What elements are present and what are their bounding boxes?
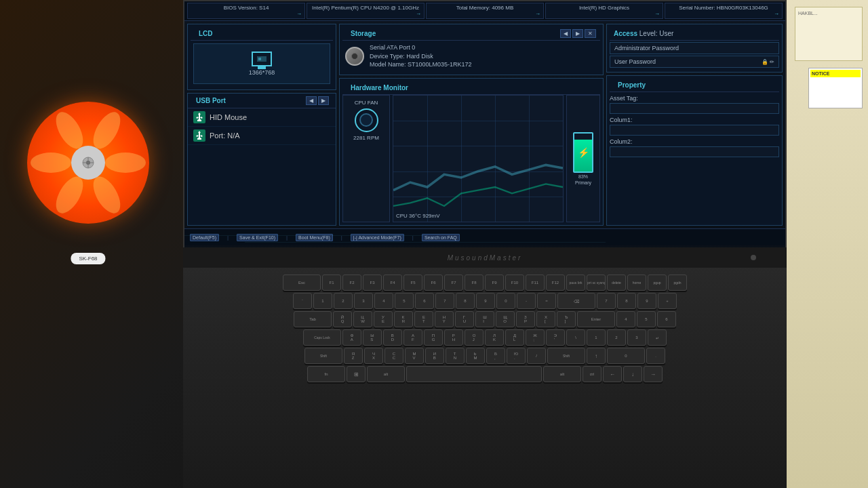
key-slash[interactable]: / (527, 348, 546, 364)
key-w[interactable]: ЦW (353, 311, 372, 327)
key-pgup[interactable]: pgup (648, 274, 667, 291)
key-num4[interactable]: 4 (616, 311, 635, 327)
key-r[interactable]: КR (394, 311, 413, 327)
key-f9[interactable]: F9 (485, 274, 504, 291)
key-s[interactable]: ЫS (363, 329, 382, 346)
usb-prev-button[interactable]: ◀ (306, 96, 317, 105)
key-ralt[interactable]: alt (543, 366, 581, 382)
key-esc[interactable]: Esc (283, 274, 321, 291)
key-minus[interactable]: - (517, 293, 536, 309)
key-num9[interactable]: 9 (637, 293, 656, 309)
key-3[interactable]: 3 (354, 293, 373, 309)
key-8[interactable]: 8 (456, 293, 475, 309)
key-num2[interactable]: 2 (607, 329, 626, 346)
key-num0[interactable]: 0 (607, 348, 645, 364)
key-i[interactable]: ШI (475, 311, 494, 327)
key-f10[interactable]: F10 (505, 274, 524, 291)
key-home[interactable]: home (627, 274, 646, 291)
user-password-field[interactable]: User Password 🔒 ✏ (610, 56, 779, 68)
key-rbracket[interactable]: Ъ] (557, 311, 576, 327)
edit-icon[interactable]: ✏ (770, 59, 774, 65)
key-quote[interactable]: Э' (546, 329, 565, 346)
key-space[interactable] (406, 366, 542, 382)
key-6[interactable]: 6 (415, 293, 434, 309)
key-num5[interactable]: 5 (637, 311, 656, 327)
key-arrow-left[interactable]: ← (603, 366, 622, 382)
key-f[interactable]: АF (403, 329, 422, 346)
key-n[interactable]: ТN (446, 348, 465, 364)
search-faq-button[interactable]: Search on FAQ (422, 234, 460, 241)
key-num1[interactable]: 1 (587, 329, 606, 346)
key-b[interactable]: ИB (425, 348, 444, 364)
boot-menu-button[interactable]: Boot Menu(F8) (296, 234, 333, 241)
key-f8[interactable]: F8 (465, 274, 484, 291)
key-period[interactable]: Ю. (507, 348, 526, 364)
usb-next-button[interactable]: ▶ (318, 96, 329, 105)
key-arrow-right[interactable]: → (644, 366, 663, 382)
key-t[interactable]: ЕT (414, 311, 433, 327)
key-rshift[interactable]: Shift (547, 348, 585, 364)
key-2[interactable]: 2 (334, 293, 353, 309)
key-num3[interactable]: 3 (627, 329, 646, 346)
key-f5[interactable]: F5 (403, 274, 422, 291)
key-prtsc[interactable]: prt sc sysrq (587, 274, 606, 291)
key-tab[interactable]: Tab (294, 311, 332, 327)
key-g[interactable]: ПG (424, 329, 443, 346)
key-lalt[interactable]: alt (367, 366, 405, 382)
key-arrow-up[interactable]: ↑ (587, 348, 606, 364)
key-delete[interactable]: delete (607, 274, 626, 291)
key-f3[interactable]: F3 (363, 274, 382, 291)
key-a[interactable]: ФA (342, 329, 361, 346)
advanced-mode-button[interactable]: |-| Advanced Mode(F7) (351, 234, 404, 241)
key-num6[interactable]: 6 (657, 311, 676, 327)
key-backslash[interactable]: \ (566, 329, 585, 346)
admin-password-field[interactable]: Administrator Password (610, 42, 779, 54)
key-backspace[interactable]: ⌫ (557, 293, 595, 309)
key-x[interactable]: ЧX (364, 348, 383, 364)
key-u[interactable]: ГU (455, 311, 474, 327)
key-j[interactable]: ОJ (465, 329, 484, 346)
key-f12[interactable]: F12 (546, 274, 565, 291)
key-c[interactable]: СC (384, 348, 403, 364)
key-0[interactable]: 0 (496, 293, 515, 309)
key-fn[interactable]: fn (307, 366, 345, 382)
key-backtick[interactable]: ` (293, 293, 312, 309)
usb-device-1[interactable]: Port: N/A (188, 127, 336, 145)
key-o[interactable]: ЩO (496, 311, 515, 327)
storage-next-button[interactable]: ▶ (572, 29, 583, 38)
key-semicolon[interactable]: Ж; (526, 329, 545, 346)
asset-tag-input[interactable] (610, 103, 779, 114)
key-f1[interactable]: F1 (322, 274, 341, 291)
key-capslock[interactable]: Caps Lock (303, 329, 341, 346)
column1-input[interactable] (610, 125, 779, 136)
key-numplus[interactable]: + (658, 293, 677, 309)
storage-close-button[interactable]: ✕ (585, 29, 596, 38)
key-lshift[interactable]: Shift (304, 348, 342, 364)
default-button[interactable]: Default(F5) (190, 234, 219, 241)
key-m[interactable]: ЬM (466, 348, 485, 364)
key-1[interactable]: 1 (313, 293, 332, 309)
key-d[interactable]: ВD (383, 329, 402, 346)
key-h[interactable]: РH (444, 329, 463, 346)
key-4[interactable]: 4 (374, 293, 393, 309)
key-f7[interactable]: F7 (444, 274, 463, 291)
key-q[interactable]: ЙQ (333, 311, 352, 327)
key-f2[interactable]: F2 (342, 274, 361, 291)
usb-device-0[interactable]: HID Mouse (188, 108, 336, 127)
key-f6[interactable]: F6 (424, 274, 443, 291)
key-numenter[interactable]: ↵ (648, 329, 667, 346)
key-9[interactable]: 9 (476, 293, 495, 309)
column2-input[interactable] (610, 146, 779, 157)
key-v[interactable]: МV (405, 348, 424, 364)
save-exit-button[interactable]: Save & Exit(F10) (237, 234, 278, 241)
key-rctrl[interactable]: ctrl (583, 366, 601, 382)
key-enter[interactable]: Enter (577, 311, 615, 327)
key-arrow-down[interactable]: ↓ (623, 366, 642, 382)
key-7[interactable]: 7 (435, 293, 454, 309)
storage-prev-button[interactable]: ◀ (560, 29, 571, 38)
key-comma[interactable]: Б, (486, 348, 505, 364)
key-y[interactable]: НY (435, 311, 454, 327)
key-f11[interactable]: F11 (526, 274, 545, 291)
key-equals[interactable]: = (537, 293, 556, 309)
key-numdot[interactable]: . (646, 348, 665, 364)
